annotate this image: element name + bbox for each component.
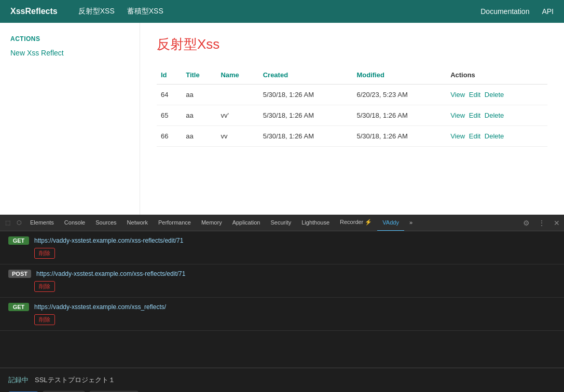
sidebar-actions-label: ACTIONS xyxy=(10,35,129,43)
action-edit-64[interactable]: Edit xyxy=(469,91,480,99)
th-actions: Actions xyxy=(446,66,547,85)
recording-bar: 記録中 SSLテストプロジェクト１ 保存 一時停止 キャンセル xyxy=(0,368,564,392)
device-icon[interactable]: ⬡ xyxy=(13,219,25,226)
table-row: 66 aa vv 5/30/18, 1:26 AM 5/30/18, 1:26 … xyxy=(157,126,547,147)
table-row: 64 aa 5/30/18, 1:26 AM 6/20/23, 5:23 AM … xyxy=(157,85,547,105)
page-title: 反射型Xss xyxy=(157,35,547,53)
devtools-tab-more[interactable]: » xyxy=(404,215,418,231)
action-view-64[interactable]: View xyxy=(450,91,465,99)
table-header-row: Id Title Name Created Modified Actions xyxy=(157,66,547,85)
delete-badge-1[interactable]: 削除 xyxy=(34,281,55,292)
cell-name: vv' xyxy=(216,105,258,126)
nav-links: 反射型XSS 蓄積型XSS xyxy=(78,7,481,16)
sidebar-link-new-xss-reflect[interactable]: New Xss Reflect xyxy=(10,49,64,57)
action-edit-66[interactable]: Edit xyxy=(469,132,480,140)
devtools-toolbar-icons: ⚙ ⋮ ✕ xyxy=(521,219,562,227)
table-row: 65 aa vv' 5/30/18, 1:26 AM 5/30/18, 1:26… xyxy=(157,105,547,126)
th-id: Id xyxy=(157,66,182,85)
cell-actions: View Edit Delete xyxy=(446,105,547,126)
cell-created: 5/30/18, 1:26 AM xyxy=(259,126,353,147)
devtools-tab-vaddy[interactable]: VAddy xyxy=(377,215,404,231)
method-badge-get-0: GET xyxy=(8,236,29,245)
sidebar: ACTIONS New Xss Reflect xyxy=(0,23,140,215)
devtools-tab-application[interactable]: Application xyxy=(227,215,266,231)
devtools-panel: ⬚ ⬡ Elements Console Sources Network Per… xyxy=(0,215,564,392)
th-name: Name xyxy=(216,66,258,85)
devtools-tab-console[interactable]: Console xyxy=(59,215,90,231)
action-view-66[interactable]: View xyxy=(450,132,465,140)
request-item: POST https://vaddy-xsstest.example.com/x… xyxy=(0,264,564,298)
cell-title: aa xyxy=(182,85,216,105)
action-delete-64[interactable]: Delete xyxy=(485,91,504,99)
more-icon[interactable]: ⋮ xyxy=(536,219,547,227)
nav-api[interactable]: API xyxy=(542,7,554,16)
devtools-body: GET https://vaddy-xsstest.example.com/xs… xyxy=(0,231,564,368)
request-row: POST https://vaddy-xsstest.example.com/x… xyxy=(8,270,556,278)
cell-modified: 6/20/23, 5:23 AM xyxy=(352,85,446,105)
brand-logo: XssReflects xyxy=(10,7,58,16)
action-delete-65[interactable]: Delete xyxy=(485,111,504,119)
action-delete-66[interactable]: Delete xyxy=(485,132,504,140)
devtools-tab-lighthouse[interactable]: Lighthouse xyxy=(296,215,335,231)
method-badge-get-2: GET xyxy=(8,303,29,311)
xss-reflect-table: Id Title Name Created Modified Actions 6… xyxy=(157,66,547,147)
action-view-65[interactable]: View xyxy=(450,111,465,119)
recording-label: 記録中 xyxy=(8,375,29,385)
cell-name xyxy=(216,85,258,105)
request-url-2: https://vaddy-xsstest.example.com/xss_re… xyxy=(34,303,166,311)
main-layout: ACTIONS New Xss Reflect 反射型Xss Id Title … xyxy=(0,23,564,215)
request-item: GET https://vaddy-xsstest.example.com/xs… xyxy=(0,298,564,331)
devtools-tab-sources[interactable]: Sources xyxy=(90,215,121,231)
nav-right: Documentation API xyxy=(480,7,554,16)
devtools-tab-security[interactable]: Security xyxy=(265,215,296,231)
close-icon[interactable]: ✕ xyxy=(552,219,562,227)
delete-badge-0[interactable]: 削除 xyxy=(34,248,55,259)
main-content: 反射型Xss Id Title Name Created Modified Ac… xyxy=(140,23,564,215)
request-url-0: https://vaddy-xsstest.example.com/xss-re… xyxy=(34,237,183,244)
cell-name: vv xyxy=(216,126,258,147)
request-url-1: https://vaddy-xsstest.example.com/xss-re… xyxy=(36,270,185,277)
delete-badge-2[interactable]: 削除 xyxy=(34,314,55,325)
cell-title: aa xyxy=(182,126,216,147)
th-modified: Modified xyxy=(352,66,446,85)
nav-documentation[interactable]: Documentation xyxy=(480,7,529,16)
settings-icon[interactable]: ⚙ xyxy=(521,219,532,227)
nav-link-reflected[interactable]: 反射型XSS xyxy=(78,7,115,16)
cell-id: 66 xyxy=(157,126,182,147)
cell-modified: 5/30/18, 1:26 AM xyxy=(352,126,446,147)
th-created: Created xyxy=(259,66,353,85)
top-nav: XssReflects 反射型XSS 蓄積型XSS Documentation … xyxy=(0,0,564,23)
cell-modified: 5/30/18, 1:26 AM xyxy=(352,105,446,126)
th-title: Title xyxy=(182,66,216,85)
devtools-tabs: ⬚ ⬡ Elements Console Sources Network Per… xyxy=(0,215,564,231)
cell-created: 5/30/18, 1:26 AM xyxy=(259,85,353,105)
request-row: GET https://vaddy-xsstest.example.com/xs… xyxy=(8,236,556,245)
devtools-tab-memory[interactable]: Memory xyxy=(196,215,227,231)
devtools-tab-network[interactable]: Network xyxy=(122,215,153,231)
devtools-tab-performance[interactable]: Performance xyxy=(153,215,196,231)
devtools-tab-recorder[interactable]: Recorder ⚡ xyxy=(335,215,377,231)
request-item: GET https://vaddy-xsstest.example.com/xs… xyxy=(0,231,564,264)
cell-actions: View Edit Delete xyxy=(446,126,547,147)
cell-created: 5/30/18, 1:26 AM xyxy=(259,105,353,126)
request-row: GET https://vaddy-xsstest.example.com/xs… xyxy=(8,303,556,311)
nav-link-stored[interactable]: 蓄積型XSS xyxy=(127,7,163,16)
action-edit-65[interactable]: Edit xyxy=(469,111,480,119)
cell-id: 64 xyxy=(157,85,182,105)
cell-id: 65 xyxy=(157,105,182,126)
devtools-tab-elements[interactable]: Elements xyxy=(25,215,59,231)
cell-actions: View Edit Delete xyxy=(446,85,547,105)
inspect-icon[interactable]: ⬚ xyxy=(2,219,13,226)
method-badge-post-1: POST xyxy=(8,270,31,278)
recording-row: 記録中 SSLテストプロジェクト１ xyxy=(8,375,556,385)
cell-title: aa xyxy=(182,105,216,126)
recording-project: SSLテストプロジェクト１ xyxy=(35,375,115,385)
